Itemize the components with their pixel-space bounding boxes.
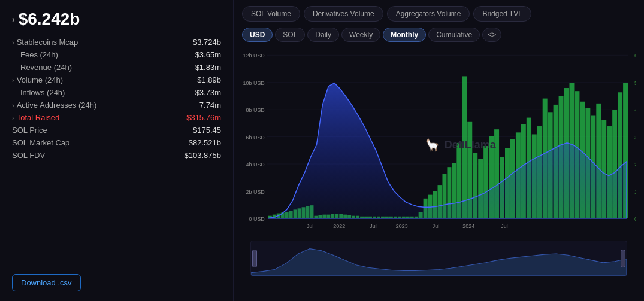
download-csv-button[interactable]: Download .csv bbox=[12, 274, 81, 291]
svg-text:30b USD: 30b USD bbox=[634, 135, 636, 141]
svg-text:2024: 2024 bbox=[462, 223, 474, 229]
svg-text:Jul: Jul bbox=[307, 223, 313, 229]
filter-weekly[interactable]: Weekly bbox=[341, 28, 380, 42]
chart-area: 12b USD 10b USD 8b USD 6b USD 4b USD 2b … bbox=[234, 47, 644, 301]
stat-label: ›Total Raised bbox=[12, 113, 59, 122]
svg-rect-66 bbox=[462, 76, 467, 218]
stat-value: $175.45 bbox=[193, 126, 221, 135]
tab-derivatives-volume[interactable]: Derivatives Volume bbox=[304, 6, 383, 22]
stat-value: $1.89b bbox=[197, 75, 221, 84]
stat-row[interactable]: ›Active Addresses (24h)7.74m bbox=[12, 99, 221, 111]
svg-text:60b USD: 60b USD bbox=[634, 53, 636, 59]
svg-text:0 USD: 0 USD bbox=[634, 216, 636, 222]
svg-text:8b USD: 8b USD bbox=[246, 107, 265, 113]
filter-sol[interactable]: SOL bbox=[275, 28, 305, 42]
stat-label: Fees (24h) bbox=[20, 50, 58, 59]
main-expand-icon[interactable]: › bbox=[12, 14, 15, 24]
tab-bridged-tvl[interactable]: Bridged TVL bbox=[473, 6, 531, 22]
svg-text:2023: 2023 bbox=[396, 223, 408, 229]
stat-value: $1.83m bbox=[195, 63, 221, 72]
svg-text:50b USD: 50b USD bbox=[634, 80, 636, 86]
stat-label: ›Stablecoins Mcap bbox=[12, 38, 78, 47]
chart-canvas: 12b USD 10b USD 8b USD 6b USD 4b USD 2b … bbox=[242, 49, 636, 241]
stat-row: Inflows (24h)$3.73m bbox=[12, 86, 221, 99]
svg-text:12b USD: 12b USD bbox=[243, 53, 265, 59]
chart-svg: 12b USD 10b USD 8b USD 6b USD 4b USD 2b … bbox=[242, 49, 636, 241]
expand-icon[interactable]: › bbox=[12, 39, 14, 46]
stat-row: SOL Market Cap$82.521b bbox=[12, 136, 221, 149]
chart-tabs: SOL Volume Derivatives Volume Aggregator… bbox=[234, 0, 644, 25]
svg-text:6b USD: 6b USD bbox=[246, 135, 265, 141]
stat-label: SOL FDV bbox=[12, 151, 45, 160]
stat-row[interactable]: ›Volume (24h)$1.89b bbox=[12, 74, 221, 86]
filter-row: USD SOL Daily Weekly Monthly Cumulative … bbox=[234, 25, 644, 47]
right-panel: SOL Volume Derivatives Volume Aggregator… bbox=[234, 0, 644, 301]
filter-toggle-icon[interactable]: <> bbox=[482, 28, 501, 42]
filter-monthly[interactable]: Monthly bbox=[383, 28, 426, 42]
stat-value: $3.65m bbox=[195, 50, 221, 59]
stat-row: SOL FDV$103.875b bbox=[12, 149, 221, 162]
expand-icon[interactable]: › bbox=[12, 114, 14, 121]
svg-text:Jul: Jul bbox=[433, 223, 439, 229]
stat-value: 7.74m bbox=[199, 101, 221, 110]
svg-text:10b USD: 10b USD bbox=[634, 188, 636, 194]
svg-text:40b USD: 40b USD bbox=[634, 107, 636, 113]
svg-text:0 USD: 0 USD bbox=[249, 216, 265, 222]
stat-label: Revenue (24h) bbox=[20, 63, 72, 72]
filter-usd[interactable]: USD bbox=[242, 28, 273, 42]
stat-value: $3.73m bbox=[195, 88, 221, 97]
stat-row[interactable]: ›Stablecoins Mcap$3.724b bbox=[12, 36, 221, 48]
filter-daily[interactable]: Daily bbox=[307, 28, 339, 42]
stat-value: $82.521b bbox=[189, 138, 221, 147]
svg-text:20b USD: 20b USD bbox=[634, 162, 636, 168]
main-value-display: › $6.242b bbox=[12, 10, 221, 29]
stat-row: SOL Price$175.45 bbox=[12, 124, 221, 136]
svg-text:2022: 2022 bbox=[333, 223, 345, 229]
stat-value: $3.724b bbox=[193, 38, 221, 47]
range-handle-right[interactable] bbox=[621, 250, 625, 267]
expand-icon[interactable]: › bbox=[12, 102, 14, 109]
stat-value: $103.875b bbox=[185, 151, 221, 160]
main-value-text: $6.242b bbox=[19, 10, 80, 29]
svg-text:4b USD: 4b USD bbox=[246, 162, 265, 168]
stat-row: Revenue (24h)$1.83m bbox=[12, 61, 221, 74]
stat-row: Fees (24h)$3.65m bbox=[12, 48, 221, 61]
tab-sol-volume[interactable]: SOL Volume bbox=[242, 6, 300, 22]
stat-label: SOL Market Cap bbox=[12, 138, 69, 147]
svg-text:2b USD: 2b USD bbox=[246, 188, 265, 194]
expand-icon[interactable]: › bbox=[12, 77, 14, 84]
stat-label: SOL Price bbox=[12, 126, 47, 135]
filter-cumulative[interactable]: Cumulative bbox=[428, 28, 480, 42]
stat-label: ›Active Addresses (24h) bbox=[12, 101, 96, 110]
stat-row[interactable]: ›Total Raised$315.76m bbox=[12, 111, 221, 124]
range-slider[interactable] bbox=[250, 241, 627, 276]
tab-aggregators-volume[interactable]: Aggregators Volume bbox=[387, 6, 470, 22]
stat-label: ›Volume (24h) bbox=[12, 75, 63, 84]
left-panel: › $6.242b ›Stablecoins Mcap$3.724bFees (… bbox=[0, 0, 234, 301]
stats-list: ›Stablecoins Mcap$3.724bFees (24h)$3.65m… bbox=[12, 36, 221, 162]
range-handle-left[interactable] bbox=[252, 250, 257, 267]
stat-label: Inflows (24h) bbox=[20, 88, 65, 97]
stat-value: $315.76m bbox=[186, 113, 221, 122]
svg-text:Jul: Jul bbox=[370, 223, 376, 229]
svg-text:10b USD: 10b USD bbox=[243, 80, 265, 86]
svg-text:Jul: Jul bbox=[501, 223, 507, 229]
